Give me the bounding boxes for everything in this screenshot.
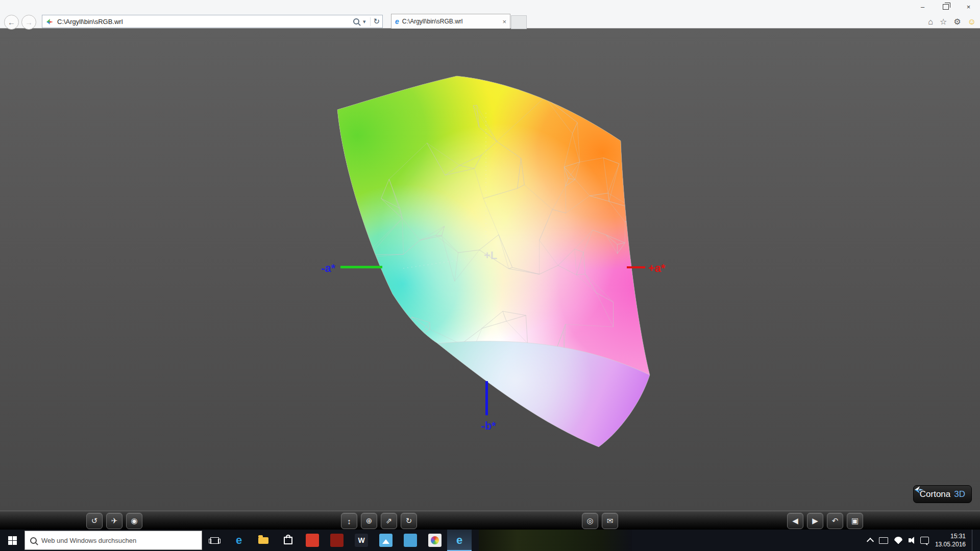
- autocomplete-dropdown-icon[interactable]: ▾: [363, 18, 366, 25]
- store-button[interactable]: [276, 530, 300, 551]
- show-desktop-button[interactable]: [972, 530, 975, 551]
- neg-b-axis-line: [485, 381, 488, 415]
- prev-viewpoint-button[interactable]: ◀: [787, 513, 803, 529]
- taskbar-empty-band: [479, 530, 632, 551]
- edge-button[interactable]: e: [227, 530, 251, 551]
- toolbar-group-navigation: ↺ ✈ ◉: [86, 513, 142, 529]
- tab-srgb-wrl[interactable]: e C:\Argyll\bin\sRGB.wrl ×: [391, 14, 510, 29]
- align-button[interactable]: ◎: [582, 513, 598, 529]
- toolbar-group-movement: ↕ ⊕ ⇗ ↻: [341, 513, 417, 529]
- brand-name: Cortona: [920, 489, 950, 499]
- shopping-bag-icon: [284, 537, 292, 544]
- clock-time: 15:31: [935, 532, 966, 540]
- w-app-button[interactable]: W: [349, 530, 374, 551]
- photos-icon: [379, 534, 393, 547]
- minimize-button[interactable]: –: [911, 0, 934, 13]
- restore-icon: [943, 4, 949, 10]
- dark-red-app-button[interactable]: [325, 530, 349, 551]
- settings-gear-icon[interactable]: ⚙: [953, 17, 961, 27]
- spin-button[interactable]: ↻: [401, 513, 417, 529]
- browser-chrome: – × ← → C:\Argyll\bin\sRGB.wrl ▾ ↻ e C:\…: [0, 0, 980, 29]
- address-url[interactable]: C:\Argyll\bin\sRGB.wrl: [57, 18, 353, 26]
- frame-all-button[interactable]: ▣: [847, 513, 863, 529]
- home-icon[interactable]: ⌂: [928, 17, 933, 27]
- address-separator: [370, 17, 371, 26]
- restore-button[interactable]: [934, 0, 957, 13]
- color-wheel-icon: [428, 534, 442, 547]
- system-tray: 15:31 13.05.2016: [868, 530, 975, 551]
- tab-close-icon[interactable]: ×: [502, 18, 506, 26]
- windows-logo-icon: [8, 536, 17, 545]
- ie-icon: e: [456, 534, 462, 547]
- network-wifi-icon[interactable]: [894, 537, 902, 544]
- neg-a-axis-line: [340, 266, 382, 268]
- page-favicon: [46, 18, 54, 26]
- search-icon[interactable]: [353, 18, 359, 24]
- hidden-icons-chevron[interactable]: [867, 537, 874, 544]
- volume-icon[interactable]: [909, 538, 911, 542]
- pos-a-axis-line: [627, 266, 645, 268]
- forward-button[interactable]: →: [21, 15, 36, 30]
- new-tab-button[interactable]: [511, 15, 527, 29]
- start-button[interactable]: [0, 530, 24, 551]
- taskbar-search-box[interactable]: Web und Windows durchsuchen: [24, 531, 202, 550]
- window-controls: – ×: [911, 0, 980, 13]
- clock-date: 13.05.2016: [935, 540, 966, 548]
- fit-button[interactable]: ✉: [602, 513, 618, 529]
- taskbar-clock[interactable]: 15:31 13.05.2016: [935, 532, 966, 548]
- brand-suffix: 3D: [954, 489, 965, 499]
- srgb-gamut-surface: [219, 29, 796, 467]
- cortona3d-viewport[interactable]: -a* +a* -b* +L Cortona3D ↺ ✈ ◉ ↕ ⊕ ⇗ ↻ ◎…: [0, 29, 980, 530]
- fly-to-button[interactable]: ⇗: [381, 513, 397, 529]
- tab-title: C:\Argyll\bin\sRGB.wrl: [402, 18, 501, 25]
- edge-icon: e: [236, 534, 242, 547]
- gamut-canvas[interactable]: -a* +a* -b* +L: [0, 29, 980, 530]
- back-button[interactable]: ←: [4, 15, 19, 30]
- paint-app-button[interactable]: [423, 530, 447, 551]
- pos-a-axis-label: +a*: [648, 262, 666, 274]
- dark-red-app-icon: [330, 534, 344, 547]
- viewer-toolbar: ↺ ✈ ◉ ↕ ⊕ ⇗ ↻ ◎ ✉ ◀ ▶ ↶ ▣: [0, 511, 980, 530]
- next-viewpoint-button[interactable]: ▶: [807, 513, 823, 529]
- touch-keyboard-icon[interactable]: [879, 537, 888, 544]
- address-bar-icons: ▾ ↻: [353, 17, 380, 26]
- pos-l-axis-label: +L: [484, 249, 497, 262]
- taskbar-search-icon: [30, 537, 37, 544]
- close-button[interactable]: ×: [957, 0, 980, 13]
- refresh-icon[interactable]: ↻: [373, 17, 380, 26]
- orbit-button[interactable]: ↺: [86, 513, 103, 529]
- red-app-button[interactable]: [300, 530, 325, 551]
- blue-app-button[interactable]: [398, 530, 423, 551]
- cortona3d-badge[interactable]: Cortona3D: [913, 485, 972, 503]
- neg-a-axis-label: -a*: [321, 262, 336, 274]
- neg-b-axis-label: -b*: [481, 419, 496, 432]
- taskbar-search-placeholder: Web und Windows durchsuchen: [41, 537, 136, 544]
- fly-button[interactable]: ✈: [106, 513, 122, 529]
- file-explorer-button[interactable]: [251, 530, 276, 551]
- blue-app-icon: [404, 534, 417, 547]
- ie-favicon: e: [395, 17, 399, 26]
- action-center-icon[interactable]: [920, 537, 929, 544]
- look-eye-button[interactable]: ◉: [126, 513, 142, 529]
- toolbar-group-view: ◎ ✉: [582, 513, 618, 529]
- folder-icon: [258, 537, 268, 544]
- browser-command-icons: ⌂ ☆ ⚙ ☺: [928, 15, 976, 29]
- pan-vertical-button[interactable]: ↕: [341, 513, 357, 529]
- red-app-icon: [306, 534, 319, 547]
- photos-button[interactable]: [374, 530, 398, 551]
- restore-viewpoint-button[interactable]: ↶: [827, 513, 843, 529]
- toolbar-group-viewpoints: ◀ ▶ ↶ ▣: [787, 513, 863, 529]
- pan-button[interactable]: ⊕: [361, 513, 377, 529]
- windows-taskbar: Web und Windows durchsuchen e W e: [0, 530, 980, 551]
- address-bar[interactable]: C:\Argyll\bin\sRGB.wrl ▾ ↻: [42, 15, 383, 28]
- feedback-smiley-icon[interactable]: ☺: [968, 17, 976, 27]
- ie-running-button[interactable]: e: [447, 530, 472, 551]
- favorites-star-icon[interactable]: ☆: [940, 17, 947, 27]
- task-view-icon: [210, 537, 219, 544]
- task-view-button[interactable]: [202, 530, 227, 551]
- cortona3d-logo: [914, 486, 924, 494]
- w-letter-icon: W: [355, 534, 368, 547]
